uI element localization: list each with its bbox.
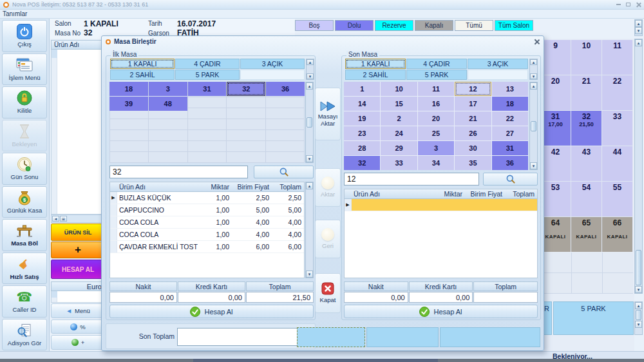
scrollbar-thumb[interactable] [531,121,536,131]
percent-button[interactable]: % [51,319,105,334]
salon-button[interactable]: 4 ÇADIR [406,59,467,69]
blank-button[interactable] [297,327,365,347]
filter-button[interactable]: Dolu [335,20,374,31]
main-grid-scrollbar[interactable]: ▲ ▼ [634,39,643,294]
table-cell[interactable]: 66 KAPALI [602,217,632,252]
toplam-value[interactable]: 21,50 [246,292,314,303]
filter-button[interactable]: Boş [295,20,334,31]
table-cell[interactable]: 10 [381,82,417,96]
sidebar-button[interactable]: ☛ Hızlı Satış [2,252,47,285]
table-cell[interactable]: 9 [540,40,571,75]
masayi-aktar-button[interactable]: Masayı Aktar [315,88,341,140]
salon-button[interactable]: 2 SAHİL [110,70,175,80]
menu-item-tanimlar[interactable]: Tanımlar [3,10,27,17]
salon-button[interactable]: 1 KAPALI [345,59,406,69]
salon-button[interactable]: 2 SAHİL [345,70,406,80]
sidebar-button[interactable]: Kilitle [2,86,47,119]
col-miktar[interactable]: Miktar [203,183,232,191]
table-cell[interactable]: 22 [492,111,528,126]
blank-button[interactable] [440,327,540,347]
filters-scrollbar[interactable]: ▲ ▼ [634,19,643,36]
scroll-up-icon[interactable]: ▲ [530,82,537,90]
table-cell[interactable]: 35 [455,156,491,170]
scroll-down-icon[interactable]: ▼ [635,321,642,328]
table-cell[interactable]: 33 [381,156,417,170]
ilk-grid-scrollbar[interactable]: ▲ ▼ [305,82,314,163]
table-cell[interactable]: 18 [492,97,528,111]
nakit-value[interactable]: 0,00 [344,292,408,303]
plus-button[interactable]: + [51,335,105,350]
table-cell[interactable]: 31 17,00 [540,111,571,146]
table-cell[interactable]: 64 KAPALI [540,217,571,252]
sidebar-button[interactable]: $ Günlük Kasa [2,186,47,218]
salon-button[interactable]: 4 ÇADIR [175,59,240,69]
table-cell[interactable]: 13 [492,82,528,96]
table-cell[interactable]: 30 [455,141,491,155]
kapat-button[interactable]: Kapat [315,273,341,313]
salon-button[interactable]: 5 PARK [406,70,467,80]
table-cell[interactable]: 31 [188,82,227,96]
table-cell[interactable]: 11 [418,82,454,96]
table-cell[interactable]: 55 [602,182,632,216]
currency-list[interactable] [51,291,105,303]
filter-button[interactable]: Tüm Salon [495,20,533,31]
scroll-up-icon[interactable]: ▲ [635,302,642,309]
sidebar-button[interactable]: Masa Böl [2,219,47,251]
close-icon[interactable] [636,2,641,7]
table-cell[interactable]: 34 [418,156,454,170]
salon-button[interactable]: 5 PARK [175,70,240,80]
table-cell[interactable]: 24 [381,126,417,140]
table-cell[interactable]: 3 [149,82,187,96]
salon-button[interactable]: 3 AÇIK [468,59,528,69]
currency-header[interactable]: Euro [51,281,105,291]
nakit-value[interactable]: 0,00 [109,292,177,303]
scroll-up-icon[interactable]: ▲ [635,20,642,27]
table-cell[interactable]: 12 [455,82,491,96]
scrollbar-thumb[interactable] [636,310,641,320]
table-cell[interactable]: 3 [418,141,454,155]
scroll-up-icon[interactable]: ▲ [635,39,642,46]
table-cell[interactable]: 21 [455,111,491,126]
menu-back-button[interactable]: ◄ Menü [51,303,105,318]
table-cell[interactable]: 23 [344,126,380,140]
ilk-hesap-al-button[interactable]: Hesap Al [109,305,314,318]
filter-button[interactable]: Kapalı [415,20,453,31]
table-cell[interactable]: 2 [381,111,417,126]
table-cell[interactable]: 48 [149,97,187,111]
scroll-down-icon[interactable]: ▼ [306,155,313,162]
son-hesap-al-button[interactable]: Hesap Al [344,305,538,318]
kredi-karti-value[interactable]: 0,00 [409,292,473,303]
col-birim-fiyat[interactable]: Birim Fiyat [465,190,505,198]
scroll-up-icon[interactable]: ▲ [306,182,313,189]
hesap-al-side-button[interactable]: HESAP AL [51,260,105,279]
table-cell[interactable]: 36 [266,82,305,96]
son-table-search-input[interactable] [344,173,479,186]
filter-button[interactable]: Rezerve [375,20,413,31]
table-cell[interactable]: 26 [455,126,491,140]
table-cell[interactable]: 1 [344,82,380,96]
table-cell[interactable]: 32 [227,82,265,96]
table-cell[interactable]: 19 [344,111,380,126]
sidebar-button[interactable]: Gün Sonu [2,153,47,185]
scroll-down-icon[interactable]: ▼ [530,162,537,169]
minimize-icon[interactable] [616,4,621,5]
col-miktar[interactable]: Miktar [436,190,465,198]
scrollbar-thumb[interactable] [307,117,312,128]
table-cell[interactable]: 65 KAPALI [571,217,601,252]
col-toplam[interactable]: Toplam [272,183,304,191]
table-cell[interactable]: 54 [571,182,601,216]
table-cell[interactable]: 36 [492,156,528,170]
table-cell[interactable]: 20 [540,75,571,110]
son-grid-scrollbar[interactable]: ▲ ▼ [529,82,538,170]
salon-button-5-park[interactable]: 5 PARK [553,301,634,335]
salon-button[interactable] [468,70,528,80]
table-cell[interactable]: 25 [418,126,454,140]
product-row[interactable]: COCA COLA 1,00 4,00 4,00 [110,229,304,241]
table-cell[interactable]: 10 [571,40,601,75]
table-cell[interactable]: 20 [418,111,454,126]
urun-sil-button[interactable]: ÜRÜN SİL [51,224,105,241]
sidebar-button[interactable]: Bekleyen [2,120,47,152]
table-cell[interactable]: 21 [571,75,601,110]
table-cell[interactable]: 17 [455,97,491,111]
table-cell[interactable]: 33 [602,111,632,146]
